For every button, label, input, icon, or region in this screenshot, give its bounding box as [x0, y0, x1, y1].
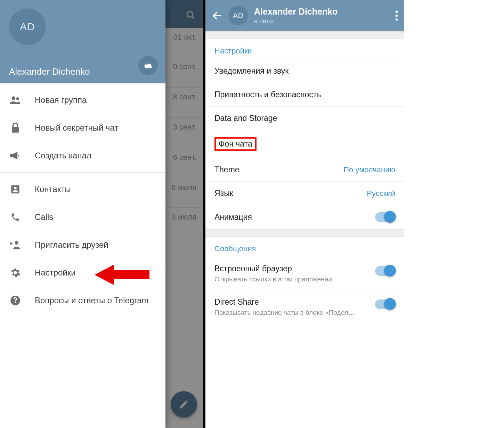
menu-label: Новый секретный чат	[35, 123, 118, 133]
svg-rect-4	[12, 127, 19, 133]
group-icon	[10, 96, 21, 104]
row-notifications[interactable]: Уведомления и звук	[205, 59, 404, 83]
section-gap	[205, 31, 404, 39]
avatar[interactable]: AD	[9, 8, 46, 45]
row-label: Фон чата	[219, 139, 252, 148]
header-subtitle: в сети	[254, 17, 389, 25]
row-label: Приватность и безопасность	[214, 90, 321, 99]
svg-point-7	[15, 241, 18, 245]
row-label: Язык	[214, 189, 233, 198]
row-value: Русский	[367, 189, 395, 198]
menu-new-secret-chat[interactable]: Новый секретный чат	[0, 114, 165, 142]
section-messages: Сообщения Встроенный браузер Открывать с…	[205, 237, 404, 323]
menu-invite-friends[interactable]: Пригласить друзей	[0, 231, 165, 259]
menu-label: Новая группа	[35, 95, 87, 105]
row-label: Анимация	[214, 213, 252, 222]
row-subtext: Открывать ссылки в этом приложении	[214, 275, 369, 283]
svg-point-6	[14, 187, 16, 189]
menu-label: Создать канал	[35, 151, 91, 160]
svg-point-11	[396, 11, 398, 13]
row-internal-browser[interactable]: Встроенный браузер Открывать ссылки в эт…	[205, 257, 404, 290]
svg-point-13	[396, 18, 398, 21]
settings-screen: AD Alexander Dichenko в сети Настройки У…	[205, 0, 404, 428]
row-theme[interactable]: Theme По умолчанию	[205, 158, 404, 181]
toggle-switch[interactable]	[375, 299, 395, 309]
menu-create-channel[interactable]: Создать канал	[0, 142, 165, 170]
section-title: Настройки	[205, 39, 404, 59]
avatar-initials: AD	[20, 21, 35, 33]
row-language[interactable]: Язык Русский	[205, 181, 404, 205]
menu-label: Контакты	[35, 184, 71, 194]
header-title: Alexander Dichenko	[254, 7, 389, 17]
row-privacy[interactable]: Приватность и безопасность	[205, 83, 404, 106]
more-vertical-icon	[395, 10, 398, 21]
row-label: Direct Share	[214, 297, 369, 307]
menu-label: Calls	[35, 212, 53, 222]
contact-icon	[10, 184, 21, 194]
phone-icon	[10, 212, 21, 222]
row-chat-background[interactable]: Фон чата	[205, 130, 404, 158]
megaphone-icon	[10, 151, 21, 160]
svg-point-3	[16, 97, 19, 100]
row-direct-share[interactable]: Direct Share Показывать недавние чаты в …	[205, 290, 404, 323]
gear-icon	[10, 268, 21, 278]
menu-contacts[interactable]: Контакты	[0, 175, 165, 203]
svg-point-9	[15, 302, 16, 304]
row-label: Data and Storage	[214, 114, 277, 123]
toggle-switch[interactable]	[375, 212, 395, 222]
annotation-highlight: Фон чата	[214, 137, 257, 151]
row-data-storage[interactable]: Data and Storage	[205, 106, 404, 130]
row-label: Уведомления и звук	[214, 66, 288, 76]
menu-label: Настройки	[35, 268, 76, 278]
avatar-initials: AD	[233, 11, 244, 20]
row-label: Встроенный браузер	[214, 264, 369, 273]
saved-messages-button[interactable]	[138, 56, 158, 75]
back-button[interactable]	[212, 10, 222, 21]
row-value: По умолчанию	[343, 165, 395, 174]
row-animation[interactable]: Анимация	[205, 205, 404, 229]
row-subtext: Показывать недавние чаты в блоке «Подел…	[214, 309, 369, 316]
drawer-menu: Новая группа Новый секретный чат Создать…	[0, 83, 165, 428]
left-panel: 01 окт. 0 сент. л… 8 сент. An… 3 сент. -…	[0, 0, 205, 428]
cloud-icon	[143, 61, 153, 69]
header-title-box: Alexander Dichenko в сети	[254, 7, 389, 25]
lock-icon	[10, 123, 21, 133]
menu-new-group[interactable]: Новая группа	[0, 86, 165, 114]
section-settings: Настройки Уведомления и звук Приватность…	[205, 39, 404, 229]
menu-settings[interactable]: Настройки	[0, 259, 165, 287]
menu-label: Пригласить друзей	[35, 240, 108, 250]
more-menu-button[interactable]	[395, 10, 398, 21]
drawer-header: AD Alexander Dichenko	[0, 0, 165, 83]
menu-faq[interactable]: Вопросы и ответы о Telegram	[0, 287, 165, 314]
add-person-icon	[10, 240, 21, 249]
settings-header: AD Alexander Dichenko в сети	[205, 0, 404, 31]
section-gap	[205, 229, 404, 237]
avatar[interactable]: AD	[228, 6, 248, 25]
svg-point-12	[396, 15, 398, 17]
row-label: Theme	[214, 165, 239, 174]
drawer-user-name: Alexander Dichenko	[9, 66, 156, 77]
toggle-switch[interactable]	[375, 266, 395, 276]
section-title: Сообщения	[205, 237, 404, 257]
menu-label: Вопросы и ответы о Telegram	[35, 296, 149, 305]
svg-point-2	[11, 96, 15, 100]
navigation-drawer: AD Alexander Dichenko Новая группа	[0, 0, 165, 428]
arrow-left-icon	[212, 10, 222, 21]
help-icon	[10, 295, 21, 306]
menu-calls[interactable]: Calls	[0, 203, 165, 231]
divider	[0, 172, 165, 173]
